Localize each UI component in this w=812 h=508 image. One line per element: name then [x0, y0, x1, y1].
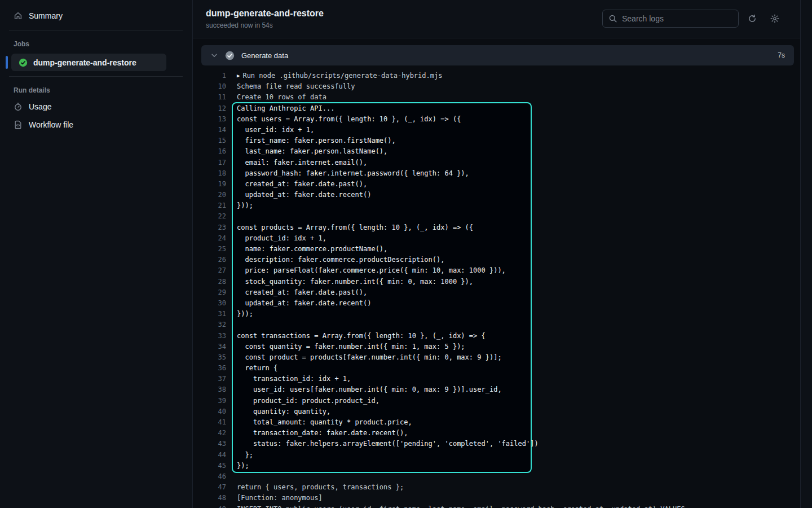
log-text: email: faker.internet.email(), — [226, 157, 367, 168]
line-number[interactable]: 23 — [193, 222, 226, 233]
line-number[interactable]: 14 — [193, 125, 226, 135]
line-number[interactable]: 21 — [193, 200, 226, 211]
log-line[interactable]: 41 total_amount: quantity * product.pric… — [193, 417, 801, 428]
log-line[interactable]: 11 Create 10 rows of data — [193, 92, 801, 103]
log-line[interactable]: 16 last_name: faker.person.lastName(), — [193, 146, 801, 157]
log-line[interactable]: 37 transaction_id: idx + 1, — [193, 374, 801, 384]
line-number[interactable]: 27 — [193, 265, 226, 276]
line-number[interactable]: 35 — [193, 352, 226, 363]
log-line[interactable]: 1 ▶ Run node .github/scripts/generate-da… — [193, 71, 801, 81]
line-number[interactable]: 29 — [193, 287, 226, 298]
line-number[interactable]: 45 — [193, 461, 226, 471]
line-number[interactable]: 26 — [193, 255, 226, 265]
sidebar-item-usage[interactable]: Usage — [0, 98, 192, 116]
line-number[interactable]: 36 — [193, 363, 226, 374]
log-line[interactable]: 12 Calling Anthropic API... — [193, 103, 801, 114]
line-number[interactable]: 20 — [193, 190, 226, 200]
log-line[interactable]: 44 }; — [193, 450, 801, 461]
log-line[interactable]: 38 user_id: users[faker.number.int({ min… — [193, 384, 801, 395]
line-number[interactable]: 38 — [193, 384, 226, 395]
log-line[interactable]: 31 })); — [193, 309, 801, 319]
line-number[interactable]: 19 — [193, 179, 226, 190]
log-line[interactable]: 36 return { — [193, 363, 801, 374]
log-line[interactable]: 22 — [193, 211, 801, 222]
line-number[interactable]: 18 — [193, 168, 226, 179]
log-line[interactable]: 10 Schema file read successfully — [193, 81, 801, 92]
line-number[interactable]: 17 — [193, 157, 226, 168]
log-text: first_name: faker.person.firstName(), — [226, 135, 396, 146]
log-line[interactable]: 28 stock_quantity: faker.number.int({ mi… — [193, 277, 801, 287]
log-line[interactable]: 48 [Function: anonymous] — [193, 493, 801, 503]
line-number[interactable]: 30 — [193, 298, 226, 309]
log-line[interactable]: 33 const transactions = Array.from({ len… — [193, 331, 801, 341]
log-line[interactable]: 42 transaction_date: faker.date.recent()… — [193, 428, 801, 439]
line-number[interactable]: 10 — [193, 81, 226, 92]
line-number[interactable]: 44 — [193, 450, 226, 461]
line-number[interactable]: 31 — [193, 309, 226, 319]
log-line[interactable]: 47 return { users, products, transaction… — [193, 482, 801, 493]
log-line[interactable]: 15 first_name: faker.person.firstName(), — [193, 135, 801, 146]
step-header-generate-data[interactable]: Generate data 7s — [201, 45, 794, 65]
log-line[interactable]: 26 description: faker.commerce.productDe… — [193, 255, 801, 265]
log-line[interactable]: 19 created_at: faker.date.past(), — [193, 179, 801, 190]
line-number[interactable]: 12 — [193, 103, 226, 114]
log-line[interactable]: 23 const products = Array.from({ length:… — [193, 222, 801, 233]
sidebar-item-summary[interactable]: Summary — [0, 7, 192, 25]
search-input[interactable] — [622, 14, 732, 23]
log-line[interactable]: 24 product_id: idx + 1, — [193, 233, 801, 244]
sidebar-item-workflow-file[interactable]: Workflow file — [0, 116, 192, 134]
log-line[interactable]: 49 INSERT INTO public.users (user_id, fi… — [193, 504, 801, 508]
file-code-icon — [14, 120, 23, 129]
log-line[interactable]: 29 created_at: faker.date.past(), — [193, 287, 801, 298]
log-text: updated_at: faker.date.recent() — [226, 298, 371, 309]
log-line[interactable]: 27 price: parseFloat(faker.commerce.pric… — [193, 265, 801, 276]
expander-icon[interactable]: ▶ — [226, 71, 242, 81]
log-line[interactable]: 21 })); — [193, 200, 801, 211]
sidebar-item-job[interactable]: dump-generate-and-restore — [11, 54, 166, 71]
line-number[interactable]: 22 — [193, 211, 226, 222]
line-number[interactable]: 25 — [193, 244, 226, 255]
line-number[interactable]: 43 — [193, 439, 226, 449]
log-line[interactable]: 20 updated_at: faker.date.recent() — [193, 190, 801, 200]
home-icon — [14, 11, 23, 20]
line-number[interactable]: 32 — [193, 319, 226, 330]
line-number[interactable]: 48 — [193, 493, 226, 503]
line-number[interactable]: 11 — [193, 92, 226, 103]
log-text: const product = products[faker.number.in… — [226, 352, 502, 363]
log-line[interactable]: 14 user_id: idx + 1, — [193, 125, 801, 135]
log-line[interactable]: 17 email: faker.internet.email(), — [193, 157, 801, 168]
log-line[interactable]: 40 quantity: quantity, — [193, 406, 801, 417]
line-number[interactable]: 16 — [193, 146, 226, 157]
line-number[interactable]: 41 — [193, 417, 226, 428]
log-line[interactable]: 34 const quantity = faker.number.int({ m… — [193, 341, 801, 352]
log-text: price: parseFloat(faker.commerce.price({… — [226, 265, 506, 276]
line-number[interactable]: 40 — [193, 406, 226, 417]
log-line[interactable]: 25 name: faker.commerce.productName(), — [193, 244, 801, 255]
refresh-button[interactable] — [743, 10, 761, 28]
line-number[interactable]: 46 — [193, 471, 226, 482]
line-number[interactable]: 42 — [193, 428, 226, 439]
line-number[interactable]: 1 — [193, 71, 226, 81]
log-line[interactable]: 30 updated_at: faker.date.recent() — [193, 298, 801, 309]
log-text: }); — [226, 461, 249, 471]
settings-button[interactable] — [766, 10, 784, 28]
line-number[interactable]: 39 — [193, 396, 226, 406]
line-number[interactable]: 28 — [193, 277, 226, 287]
log-line[interactable]: 43 status: faker.helpers.arrayElement(['… — [193, 439, 801, 449]
line-number[interactable]: 13 — [193, 114, 226, 125]
log-text: stock_quantity: faker.number.int({ min: … — [226, 277, 473, 287]
line-number[interactable]: 47 — [193, 482, 226, 493]
log-line[interactable]: 18 password_hash: faker.internet.passwor… — [193, 168, 801, 179]
line-number[interactable]: 34 — [193, 341, 226, 352]
line-number[interactable]: 15 — [193, 135, 226, 146]
line-number[interactable]: 37 — [193, 374, 226, 384]
chevron-down-icon[interactable] — [210, 51, 218, 59]
line-number[interactable]: 49 — [193, 504, 226, 508]
log-line[interactable]: 13 const users = Array.from({ length: 10… — [193, 114, 801, 125]
line-number[interactable]: 24 — [193, 233, 226, 244]
log-line[interactable]: 32 — [193, 319, 801, 330]
log-line[interactable]: 45 }); — [193, 461, 801, 471]
log-line[interactable]: 35 const product = products[faker.number… — [193, 352, 801, 363]
line-number[interactable]: 33 — [193, 331, 226, 341]
log-line[interactable]: 39 product_id: product.product_id, — [193, 396, 801, 406]
